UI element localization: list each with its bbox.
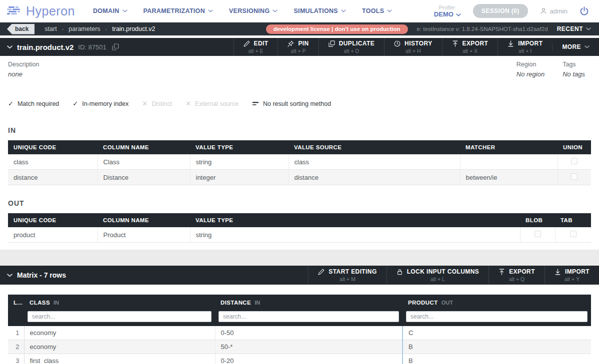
flag-label: Match required bbox=[18, 100, 59, 107]
copy-id-button[interactable] bbox=[112, 43, 119, 50]
flags-row: ✓Match required✓In-memory index✕Distinct… bbox=[8, 100, 591, 107]
cell-unique_code: product bbox=[8, 227, 98, 243]
matrix-column-label: CLASS bbox=[30, 300, 50, 306]
column-header-value-source: VALUE SOURCE bbox=[288, 140, 460, 154]
start-editing-button[interactable]: START EDITINGalt + M bbox=[308, 266, 386, 285]
menu-simulations[interactable]: SIMULATIONS bbox=[294, 7, 346, 14]
out-table-header: UNIQUE CODECOLUMN NAMEVALUE TYPEBLOBTAB bbox=[8, 213, 591, 227]
matrix-column-header-class: CLASSIN bbox=[24, 295, 215, 310]
matrix-search-distance[interactable] bbox=[218, 311, 399, 322]
brand-logo[interactable]: Hyperon bbox=[7, 4, 75, 18]
action-label: EDIT bbox=[254, 40, 268, 47]
matrix-search-product[interactable] bbox=[406, 311, 588, 322]
matrix-search-class[interactable] bbox=[28, 311, 212, 322]
in-section-title: IN bbox=[8, 126, 591, 134]
out-section-title: OUT bbox=[8, 199, 591, 207]
export-button[interactable]: EXPORTalt + Q bbox=[488, 266, 544, 285]
chevron-down-icon bbox=[456, 10, 461, 18]
tags-value: No tags bbox=[562, 70, 585, 78]
union-checkbox[interactable] bbox=[571, 158, 578, 164]
menu-label: SIMULATIONS bbox=[294, 7, 338, 14]
column-header-unique-code: UNIQUE CODE bbox=[8, 213, 98, 227]
recent-button[interactable]: RECENT bbox=[557, 25, 591, 32]
edit-button[interactable]: EDITalt + E bbox=[234, 38, 278, 56]
cell-distance[interactable]: 50-* bbox=[215, 340, 402, 354]
matrix-search-cell bbox=[24, 310, 215, 326]
flag-distinct: ✕Distinct bbox=[142, 100, 172, 107]
logout-button[interactable] bbox=[580, 6, 589, 16]
cell-class[interactable]: first_class bbox=[24, 354, 215, 364]
sort-lines-icon bbox=[252, 101, 259, 106]
flag-label: External source bbox=[195, 100, 238, 107]
chevron-down-icon bbox=[272, 9, 278, 12]
x-icon: ✕ bbox=[142, 100, 148, 107]
breadcrumb-item-train-product-v2[interactable]: train.product.v2 bbox=[112, 25, 155, 32]
person-icon bbox=[540, 7, 547, 14]
profile-selector[interactable]: Profile: DEMO bbox=[434, 4, 461, 18]
brand-name: Hyperon bbox=[26, 4, 75, 18]
matrix-bar: Matrix - 7 rows START EDITINGalt + MLOCK… bbox=[0, 266, 599, 285]
column-header-union: UNION bbox=[558, 140, 591, 154]
flag-label: Distinct bbox=[152, 100, 172, 107]
matrix-row: 3first_class0-20B bbox=[8, 354, 591, 364]
action-shortcut: alt + X bbox=[462, 48, 478, 54]
cell-product[interactable]: C bbox=[402, 326, 591, 340]
cell-product[interactable]: B bbox=[402, 354, 591, 364]
matrix-search-row bbox=[8, 310, 591, 326]
cell-matcher bbox=[460, 154, 558, 170]
session-button[interactable]: SESSION (0) bbox=[473, 4, 528, 18]
cell-distance[interactable]: 0-20 bbox=[215, 354, 402, 364]
blob-checkbox[interactable] bbox=[534, 231, 541, 237]
action-label: PIN bbox=[298, 40, 308, 47]
cell-product[interactable]: B bbox=[402, 340, 591, 354]
profile-label: Profile: bbox=[434, 4, 461, 10]
power-icon bbox=[580, 6, 589, 16]
lock-input-columns-button[interactable]: LOCK INPUT COLUMNSalt + L bbox=[386, 266, 489, 285]
import-button[interactable]: IMPORTalt + Y bbox=[544, 266, 599, 285]
column-header-matcher: MATCHER bbox=[460, 140, 558, 154]
menu-tools[interactable]: TOOLS bbox=[362, 7, 392, 14]
out-table-body: productProductstring bbox=[8, 227, 591, 243]
menu-versioning[interactable]: VERSIONING bbox=[229, 7, 278, 14]
table-row: productProductstring bbox=[8, 227, 591, 243]
breadcrumb-separator: › bbox=[62, 26, 64, 32]
duplicate-button[interactable]: DUPLICATEalt + D bbox=[318, 38, 384, 56]
menu-domain[interactable]: DOMAIN bbox=[93, 7, 128, 14]
back-button[interactable]: back bbox=[7, 24, 34, 34]
matrix-collapse-toggle[interactable]: Matrix - 7 rows bbox=[7, 271, 66, 279]
column-header-tab: TAB bbox=[555, 213, 591, 227]
action-shortcut: alt + P bbox=[291, 48, 306, 54]
cell-distance[interactable]: 0-50 bbox=[215, 326, 402, 340]
menu-parametrization[interactable]: PARAMETRIZATION bbox=[144, 7, 213, 14]
description-value: none bbox=[8, 70, 40, 78]
out-table: UNIQUE CODECOLUMN NAMEVALUE TYPEBLOBTAB … bbox=[8, 213, 591, 243]
cell-class[interactable]: economy bbox=[24, 326, 215, 340]
in-table-body: classClassstringclassdistanceDistanceint… bbox=[8, 154, 591, 185]
flag-no-result-sorting-method: No result sorting method bbox=[252, 100, 331, 107]
description-label: Description bbox=[8, 61, 40, 68]
matrix-row: 1economy0-50C bbox=[8, 326, 591, 340]
table-row: distanceDistanceintegerdistancebetween/i… bbox=[8, 170, 591, 185]
pencil-icon bbox=[318, 269, 324, 275]
more-button[interactable]: MORE bbox=[552, 43, 599, 50]
action-label: IMPORT bbox=[565, 268, 590, 275]
cell-value_type: string bbox=[190, 227, 520, 243]
pin-button[interactable]: PINalt + P bbox=[278, 38, 318, 56]
matrix-row: 2economy50-*B bbox=[8, 340, 591, 354]
user-menu[interactable]: admin bbox=[540, 7, 568, 15]
cell-class[interactable]: economy bbox=[24, 340, 215, 354]
column-header-blob: BLOB bbox=[520, 213, 555, 227]
import-button[interactable]: IMPORTalt + I bbox=[498, 38, 552, 56]
matrix-table: L...CLASSINDISTANCEINPRODUCTOUT 1economy… bbox=[8, 295, 591, 364]
breadcrumb-item-parameters[interactable]: parameters bbox=[68, 25, 100, 32]
history-button[interactable]: HISTORYalt + H bbox=[384, 38, 442, 56]
parameter-collapse-toggle[interactable]: train.product.v2 ID: 87501 bbox=[7, 43, 119, 51]
tab-checkbox[interactable] bbox=[570, 231, 576, 237]
breadcrumb-item-start[interactable]: start bbox=[44, 25, 56, 32]
action-shortcut: alt + L bbox=[430, 276, 445, 282]
export-button[interactable]: EXPORTalt + X bbox=[442, 38, 498, 56]
tags-block: Tags No tags bbox=[562, 61, 585, 78]
matrix-table-body: 1economy0-50C2economy50-*B3first_class0-… bbox=[8, 326, 591, 364]
menu-label: DOMAIN bbox=[93, 7, 120, 14]
union-checkbox[interactable] bbox=[571, 173, 578, 180]
